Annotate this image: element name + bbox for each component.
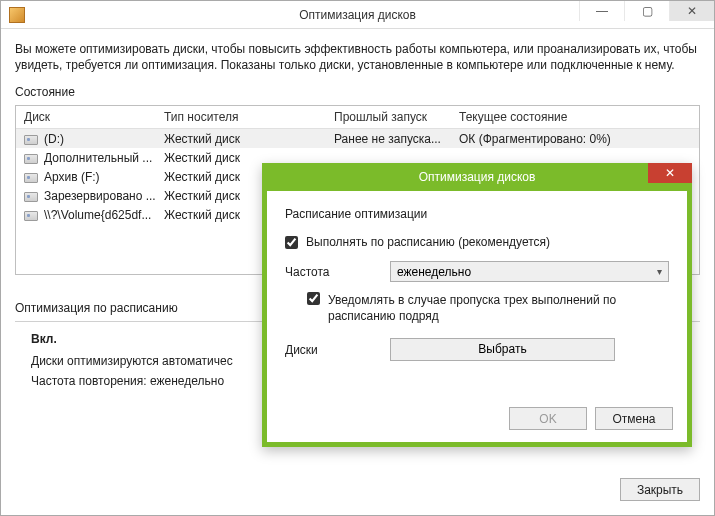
drive-icon [24,135,38,145]
cell-state: ОК (Фрагментировано: 0%) [459,132,691,146]
th-media-type[interactable]: Тип носителя [164,110,334,124]
notify-checkbox[interactable] [307,292,320,305]
cell-last: Ранее не запуска... [334,132,459,146]
cell-disk: (D:) [24,132,164,146]
dialog-body: Расписание оптимизации Выполнять по расп… [267,191,687,407]
table-row[interactable]: (D:)Жесткий дискРанее не запуска...ОК (Ф… [16,129,699,148]
drive-icon [24,192,38,202]
close-button[interactable]: ✕ [669,1,714,21]
dialog-heading: Расписание оптимизации [285,207,669,221]
frequency-row: Частота еженедельно ▾ [285,261,669,282]
notify-label: Уведомлять в случае пропуска трех выполн… [328,292,669,324]
cell-type: Жесткий диск [164,132,334,146]
table-header: Диск Тип носителя Прошлый запуск Текущее… [16,106,699,129]
dialog-title: Оптимизация дисков [419,170,536,184]
schedule-dialog: Оптимизация дисков ✕ Расписание оптимиза… [262,163,692,447]
run-on-schedule-label: Выполнять по расписанию (рекомендуется) [306,235,550,249]
choose-disks-button[interactable]: Выбрать [390,338,615,361]
cell-disk: Архив (F:) [24,170,164,184]
dialog-footer: OK Отмена [267,407,687,442]
app-icon [9,7,25,23]
run-on-schedule-checkbox[interactable] [285,236,298,249]
ok-button[interactable]: OK [509,407,587,430]
drive-icon [24,173,38,183]
titlebar: Оптимизация дисков — ▢ ✕ [1,1,714,29]
th-state[interactable]: Текущее состояние [459,110,691,124]
drive-icon [24,154,38,164]
cell-disk: Дополнительный ... [24,151,164,165]
cell-disk: \\?\Volume{d625df... [24,208,164,222]
intro-text: Вы можете оптимизировать диски, чтобы по… [15,41,700,73]
minimize-button[interactable]: — [579,1,624,21]
close-window-button[interactable]: Закрыть [620,478,700,501]
cell-disk: Зарезервировано ... [24,189,164,203]
frequency-label: Частота [285,265,390,279]
disks-row: Диски Выбрать [285,338,669,361]
drive-icon [24,211,38,221]
cancel-button[interactable]: Отмена [595,407,673,430]
dialog-titlebar: Оптимизация дисков ✕ [262,163,692,191]
maximize-button[interactable]: ▢ [624,1,669,21]
footer: Закрыть [1,468,714,515]
disks-label: Диски [285,343,390,357]
th-last-run[interactable]: Прошлый запуск [334,110,459,124]
window-controls: — ▢ ✕ [579,1,714,28]
th-disk[interactable]: Диск [24,110,164,124]
close-icon: ✕ [665,166,675,180]
notify-row: Уведомлять в случае пропуска трех выполн… [307,292,669,324]
run-on-schedule-row: Выполнять по расписанию (рекомендуется) [285,235,669,249]
state-label: Состояние [15,85,700,99]
frequency-value: еженедельно [397,265,471,279]
frequency-select[interactable]: еженедельно ▾ [390,261,669,282]
chevron-down-icon: ▾ [657,266,662,277]
dialog-close-button[interactable]: ✕ [648,163,692,183]
